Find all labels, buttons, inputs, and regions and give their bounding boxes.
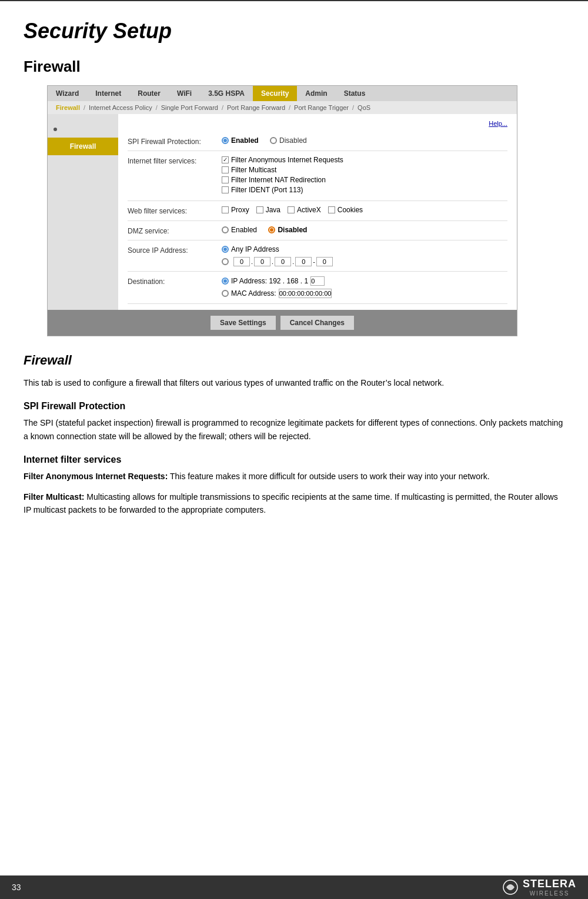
filter-nat-label: Filter Internet NAT Redirection bbox=[231, 176, 326, 184]
filter-anon-term: Filter Anonymous Internet Requests: bbox=[24, 472, 168, 481]
stelera-logo-icon bbox=[502, 878, 519, 896]
any-ip-radio[interactable] bbox=[222, 246, 229, 253]
subnav-qos[interactable]: QoS bbox=[354, 103, 374, 112]
ip-field-3[interactable] bbox=[275, 257, 291, 266]
nav-wifi[interactable]: WiFi bbox=[169, 86, 200, 101]
router-body: Help... SPI Firewall Protection: Enabled… bbox=[118, 114, 517, 310]
spi-value: Enabled Disabled bbox=[222, 136, 507, 146]
router-top-nav: Wizard Internet Router WiFi 3.5G HSPA Se… bbox=[48, 86, 517, 101]
destination-label: Destination: bbox=[128, 276, 222, 286]
subnav-port-trigger[interactable]: Port Range Trigger bbox=[290, 103, 352, 112]
source-ip-row: Source IP Address: Any IP Address bbox=[128, 240, 507, 272]
router-subnav: Firewall / Internet Access Policy / Sing… bbox=[48, 101, 517, 114]
subnav-port-range[interactable]: Port Range Forward bbox=[223, 103, 289, 112]
filter-anon-body: This feature makes it more difficult for… bbox=[170, 472, 490, 481]
filter-anon-checkbox[interactable] bbox=[222, 156, 229, 163]
subnav-access-policy[interactable]: Internet Access Policy bbox=[85, 103, 156, 112]
logo-text-stack: STELERA WIRELESS bbox=[523, 878, 576, 897]
cancel-changes-button[interactable]: Cancel Changes bbox=[280, 316, 354, 330]
nav-admin[interactable]: Admin bbox=[297, 86, 335, 101]
spi-body-paragraph: The SPI (stateful packet inspection) fir… bbox=[24, 416, 564, 443]
filter-multicast-label: Filter Multicast bbox=[231, 166, 276, 174]
filter-multicast-term: Filter Multicast: bbox=[24, 492, 84, 502]
router-sidebar: Firewall bbox=[48, 114, 118, 310]
dest-mac-radio[interactable] bbox=[222, 290, 229, 297]
any-ip-row: Any IP Address bbox=[222, 245, 507, 255]
ip-fields-row: . . . - bbox=[222, 257, 507, 266]
subnav-firewall[interactable]: Firewall bbox=[52, 103, 83, 112]
nav-router[interactable]: Router bbox=[129, 86, 169, 101]
web-filter-label: Web filter services: bbox=[128, 206, 222, 215]
nav-3g[interactable]: 3.5G HSPA bbox=[200, 86, 253, 101]
filter-nat-row: Filter Internet NAT Redirection bbox=[222, 176, 507, 184]
web-activex-checkbox[interactable] bbox=[288, 206, 295, 213]
web-filter-row: Web filter services: Proxy Java Activ bbox=[128, 201, 507, 221]
filter-field-row: Internet filter services: Filter Anonymo… bbox=[128, 151, 507, 201]
nav-security[interactable]: Security bbox=[253, 86, 297, 101]
dest-ip-radio[interactable] bbox=[222, 278, 229, 285]
dest-mac-label: MAC Address: bbox=[231, 289, 276, 298]
dmz-enabled-radio[interactable] bbox=[222, 226, 229, 233]
filter-options: Filter Anonymous Internet Requests Filte… bbox=[222, 156, 507, 196]
web-java-row: Java bbox=[256, 206, 280, 214]
subnav-single-port[interactable]: Single Port Forward bbox=[158, 103, 222, 112]
filter-body-title: Internet filter services bbox=[24, 454, 564, 465]
filter-anon-label: Filter Anonymous Internet Requests bbox=[231, 156, 343, 164]
web-java-checkbox[interactable] bbox=[256, 206, 263, 213]
ip-field-5[interactable] bbox=[316, 257, 333, 266]
footer-logo: STELERA WIRELESS bbox=[502, 878, 576, 897]
dest-ip-label: IP Address: 192 . 168 . 1 bbox=[231, 277, 308, 285]
firewall-body-title: Firewall bbox=[24, 353, 564, 368]
save-settings-button[interactable]: Save Settings bbox=[211, 316, 276, 330]
nav-wizard[interactable]: Wizard bbox=[48, 86, 87, 101]
sidebar-dot bbox=[54, 128, 57, 131]
web-java-label: Java bbox=[266, 206, 280, 214]
web-filter-options: Proxy Java ActiveX Cookies bbox=[222, 206, 507, 216]
dmz-disabled-label: Disabled bbox=[278, 226, 307, 234]
specific-ip-radio[interactable] bbox=[222, 258, 229, 265]
logo-text: STELERA bbox=[523, 878, 576, 890]
web-proxy-row: Proxy bbox=[222, 206, 249, 214]
filter-ident-checkbox[interactable] bbox=[222, 186, 229, 193]
router-button-bar: Save Settings Cancel Changes bbox=[48, 310, 517, 336]
web-proxy-label: Proxy bbox=[231, 206, 249, 214]
source-ip-value: Any IP Address . . . bbox=[222, 245, 507, 266]
web-cookies-checkbox[interactable] bbox=[328, 206, 335, 213]
dmz-value: Enabled Disabled bbox=[222, 226, 507, 235]
filter-multicast-checkbox[interactable] bbox=[222, 166, 229, 173]
dest-mac-option[interactable]: MAC Address: bbox=[222, 289, 332, 298]
any-ip-option[interactable]: Any IP Address bbox=[222, 245, 279, 253]
web-activex-label: ActiveX bbox=[297, 206, 321, 214]
firewall-intro: This tab is used to configure a firewall… bbox=[24, 376, 564, 389]
help-link[interactable]: Help... bbox=[128, 120, 507, 127]
router-main-area: Firewall Help... SPI Firewall Protection… bbox=[48, 114, 517, 310]
nav-internet[interactable]: Internet bbox=[87, 86, 129, 101]
spi-enabled-radio[interactable] bbox=[222, 137, 229, 144]
filter-anon-row: Filter Anonymous Internet Requests bbox=[222, 156, 507, 164]
web-proxy-checkbox[interactable] bbox=[222, 206, 229, 213]
ip-field-4[interactable] bbox=[295, 257, 312, 266]
dest-ip-field[interactable] bbox=[310, 276, 325, 286]
spi-disabled-radio[interactable] bbox=[270, 137, 277, 144]
spi-disabled-option[interactable]: Disabled bbox=[270, 136, 307, 145]
page-title: Security Setup bbox=[24, 19, 564, 44]
spi-body-section: SPI Firewall Protection The SPI (statefu… bbox=[24, 401, 564, 443]
ip-field-1[interactable] bbox=[233, 257, 250, 266]
ip-field-2[interactable] bbox=[254, 257, 270, 266]
destination-row: Destination: IP Address: 192 . 168 . 1 bbox=[128, 272, 507, 304]
web-cookies-label: Cookies bbox=[338, 206, 363, 214]
filter-multicast-paragraph: Filter Multicast: Multicasting allows fo… bbox=[24, 490, 564, 517]
filter-nat-checkbox[interactable] bbox=[222, 176, 229, 183]
any-ip-label: Any IP Address bbox=[231, 245, 279, 253]
sidebar-item-firewall[interactable]: Firewall bbox=[48, 138, 118, 155]
nav-status[interactable]: Status bbox=[336, 86, 374, 101]
spi-label: SPI Firewall Protection: bbox=[128, 136, 222, 146]
source-ip-label: Source IP Address: bbox=[128, 245, 222, 255]
dmz-disabled-radio[interactable] bbox=[268, 226, 275, 233]
spi-enabled-option[interactable]: Enabled bbox=[222, 136, 259, 145]
dmz-enabled-option[interactable]: Enabled bbox=[222, 226, 257, 234]
dest-mac-field[interactable] bbox=[279, 289, 332, 298]
page-footer: 33 STELERA WIRELESS bbox=[0, 875, 588, 899]
dest-ip-option[interactable]: IP Address: 192 . 168 . 1 bbox=[222, 276, 325, 286]
dmz-disabled-option[interactable]: Disabled bbox=[268, 226, 307, 234]
